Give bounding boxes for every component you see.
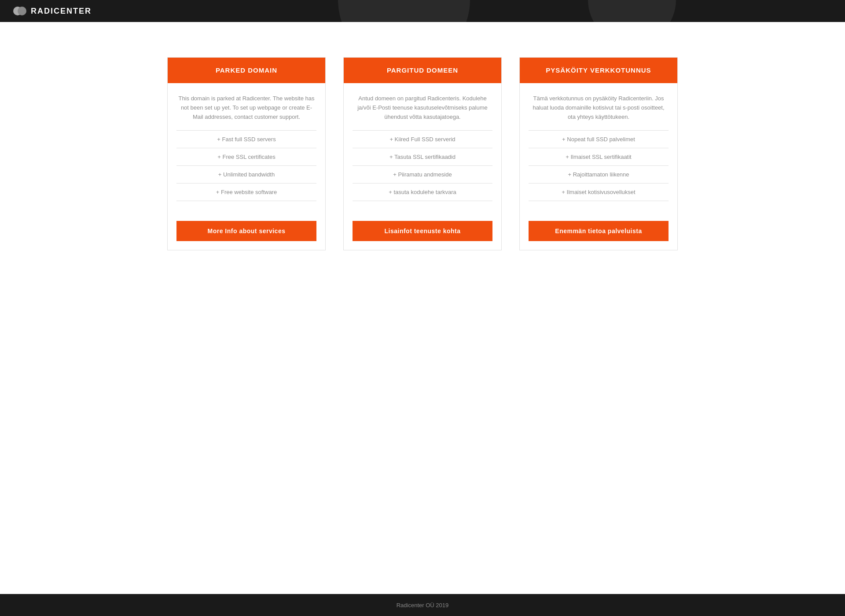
card-body-pysakoity: Tämä verkkotunnus on pysäköity Radicente…	[520, 83, 677, 212]
feature-item: + Free website software	[176, 183, 316, 201]
card-pargitud-domeen: PARGITUD DOMEEN Antud domeen on pargitud…	[343, 57, 502, 250]
card-features-pargitud-domeen: + Kiired Full SSD serverid + Tasuta SSL …	[353, 130, 492, 201]
card-header-pysakoity: PYSÄKÖITY VERKKOTUNNUS	[520, 58, 677, 83]
more-info-button-pysakoity[interactable]: Enemmän tietoa palveluista	[529, 221, 669, 241]
feature-item: + Free SSL certificates	[176, 148, 316, 166]
card-footer-pysakoity: Enemmän tietoa palveluista	[520, 212, 677, 250]
header-background	[0, 0, 845, 22]
card-footer-pargitud-domeen: Lisainfot teenuste kohta	[344, 212, 501, 250]
cards-container: PARKED DOMAIN This domain is parked at R…	[158, 57, 687, 250]
feature-item: + tasuta kodulehe tarkvara	[353, 183, 492, 201]
card-description-pargitud-domeen: Antud domeen on pargitud Radicenteris. K…	[353, 94, 492, 121]
feature-item: + Nopeat full SSD palvelimet	[529, 131, 669, 148]
logo: RADICENTER	[13, 7, 92, 16]
main-content: PARKED DOMAIN This domain is parked at R…	[0, 22, 845, 594]
footer-text: Radicenter OÜ 2019	[397, 602, 449, 609]
feature-item: + Tasuta SSL sertifikaadid	[353, 148, 492, 166]
logo-circle-right	[18, 7, 26, 15]
feature-item: + Unlimited bandwidth	[176, 166, 316, 183]
card-title-pysakoity: PYSÄKÖITY VERKKOTUNNUS	[546, 66, 651, 74]
feature-item: + Ilmaiset kotisivusovellukset	[529, 183, 669, 201]
feature-item: + Kiired Full SSD serverid	[353, 131, 492, 148]
card-body-pargitud-domeen: Antud domeen on pargitud Radicenteris. K…	[344, 83, 501, 212]
card-title-parked-domain: PARKED DOMAIN	[216, 66, 277, 74]
footer: Radicenter OÜ 2019	[0, 594, 845, 616]
card-body-parked-domain: This domain is parked at Radicenter. The…	[168, 83, 325, 212]
card-title-pargitud-domeen: PARGITUD DOMEEN	[387, 66, 458, 74]
card-description-pysakoity: Tämä verkkotunnus on pysäköity Radicente…	[529, 94, 669, 121]
card-header-pargitud-domeen: PARGITUD DOMEEN	[344, 58, 501, 83]
card-features-parked-domain: + Fast full SSD servers + Free SSL certi…	[176, 130, 316, 201]
card-description-parked-domain: This domain is parked at Radicenter. The…	[176, 94, 316, 121]
logo-text: RADICENTER	[31, 7, 92, 16]
more-info-button-parked-domain[interactable]: More Info about services	[176, 221, 316, 241]
logo-icon	[13, 7, 27, 15]
feature-item: + Fast full SSD servers	[176, 131, 316, 148]
more-info-button-pargitud-domeen[interactable]: Lisainfot teenuste kohta	[353, 221, 492, 241]
card-footer-parked-domain: More Info about services	[168, 212, 325, 250]
feature-item: + Piiramatu andmeside	[353, 166, 492, 183]
card-parked-domain: PARKED DOMAIN This domain is parked at R…	[167, 57, 326, 250]
feature-item: + Rajoittamaton liikenne	[529, 166, 669, 183]
feature-item: + Ilmaiset SSL sertifikaatit	[529, 148, 669, 166]
card-header-parked-domain: PARKED DOMAIN	[168, 58, 325, 83]
card-pysakoity: PYSÄKÖITY VERKKOTUNNUS Tämä verkkotunnus…	[519, 57, 678, 250]
card-features-pysakoity: + Nopeat full SSD palvelimet + Ilmaiset …	[529, 130, 669, 201]
header: RADICENTER	[0, 0, 845, 22]
